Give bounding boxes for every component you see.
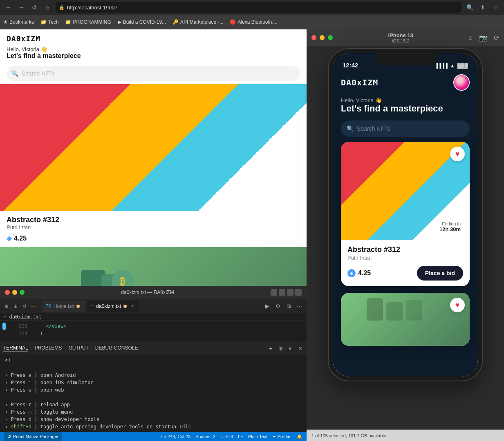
coin-col-1 [367, 298, 383, 321]
terminal-line-press-m: › Press m │ toggle menu [5, 408, 302, 416]
layout-btn-4[interactable] [295, 289, 302, 296]
debug-btn[interactable]: ⚙ [274, 302, 282, 310]
iphone-nft-card-2[interactable]: ♥ [341, 293, 470, 346]
rotate-window-icon[interactable]: ⟳ [494, 34, 499, 42]
tab-debug-console[interactable]: DEBUG CONSOLE [95, 345, 138, 352]
nft-info-1: Abstracto #312 Putri Intan ◈ 4.25 [0, 211, 307, 247]
chevron-up-btn[interactable]: ∧ [287, 345, 293, 352]
status-line-ending[interactable]: LF [238, 434, 243, 439]
minimize-dot[interactable] [320, 35, 325, 40]
iphone-app-header: DA0xIZM [333, 71, 478, 92]
file-breadcrumb: ≡ da0xizm.txt [0, 313, 307, 321]
layout-btn-2[interactable] [279, 289, 285, 296]
tab-home-tsx[interactable]: TS Home.tsx [42, 301, 85, 312]
editor-gutter [0, 321, 8, 342]
new-file-btn[interactable]: ⊕ [3, 303, 10, 310]
vscode-tab-actions: ⊕ ⊞ ↺ ⋯ [3, 303, 37, 310]
iphone-os-version: iOS 15.2 [336, 38, 465, 43]
status-notifications[interactable]: 🔔 [297, 434, 302, 439]
minimize-window-btn[interactable] [12, 290, 17, 295]
star-icon: ★ [3, 19, 8, 25]
tab-close-btn[interactable]: ✕ [131, 304, 134, 308]
terminal-line-press-d: › Press d │ show developer tools [5, 416, 302, 423]
bookmark-item-programming[interactable]: 📁 PROGRAMMING [65, 19, 111, 25]
tab-da0xizm-txt[interactable]: ≡ da0xizm.txt ✕ [87, 301, 138, 312]
lock-icon: 🔒 [59, 5, 65, 10]
web-search-bar[interactable]: 🔍 Search NFTs [7, 66, 300, 81]
status-spaces[interactable]: Spaces: 2 [195, 434, 215, 439]
iphone-nft-card-1[interactable]: ♥ Ending in 12h 30m Abstracto #312 Putri… [341, 142, 470, 286]
url-text: http://localhost:19007 [67, 4, 118, 11]
place-bid-button-1[interactable]: Place a bid [417, 266, 463, 281]
search-button[interactable]: 🔍 [465, 2, 475, 12]
bookmark-item-bookmarks[interactable]: ★ Bookmarks [3, 19, 34, 25]
nft-image-abstracto [0, 84, 307, 211]
more-btn[interactable]: ⋯ [295, 302, 303, 310]
more-actions-btn[interactable]: ⋯ [30, 303, 37, 310]
web-app-logo: DA0xIZM [7, 34, 300, 43]
iphone-time: 12:42 [343, 62, 358, 69]
layout-btn-1[interactable] [271, 289, 277, 296]
heart-btn-2[interactable]: ♥ [450, 298, 465, 312]
editor-content[interactable]: </View> ) [31, 321, 307, 342]
bookmark-item-tech[interactable]: 📁 Tech [40, 19, 58, 25]
address-bar[interactable]: 🔒 http://localhost:19007 [56, 2, 461, 13]
share-button[interactable]: ⬆ [478, 2, 488, 12]
close-window-btn[interactable] [5, 290, 10, 295]
nft-price-1: ◈ 4.25 [7, 234, 300, 242]
iphone-window-chrome: iPhone 13 iOS 15.2 ⌂ 📷 ⟳ [307, 29, 504, 46]
home-window-icon[interactable]: ⌂ [468, 34, 473, 42]
status-position[interactable]: Ln 246, Col 23 [161, 434, 190, 439]
bookmark-item-covid[interactable]: ▶ Build a COVID-19... [118, 19, 166, 25]
youtube-icon: ▶ [118, 19, 121, 25]
status-encoding[interactable]: UTF-8 [220, 434, 233, 439]
refresh-explorer-btn[interactable]: ↺ [21, 303, 28, 310]
bookmark-label: Bookmarks [9, 19, 34, 25]
iphone-avatar[interactable] [453, 74, 470, 91]
line-spacer [0, 330, 8, 337]
terminal-line-spacer2 [5, 394, 302, 401]
tab-terminal[interactable]: TERMINAL [3, 345, 28, 352]
refresh-button[interactable]: ↺ [29, 2, 39, 12]
split-terminal-btn[interactable]: ⊞ [277, 345, 284, 352]
avatar-image [454, 75, 469, 90]
add-terminal-btn[interactable]: + [267, 345, 274, 352]
web-app-greeting: Hello, Victoria 👋 [7, 46, 300, 52]
iphone-search[interactable]: 🔍 Search NFTs [341, 120, 470, 137]
iphone-screen[interactable]: 12:42 ▐▐▐▐ ▲ ▓▓▓ DA0xIZM Hello, [333, 53, 478, 376]
maximize-window-btn[interactable] [20, 290, 25, 295]
finder-bottom: 1 of 105 selected, 101.7 GB available [307, 430, 504, 441]
close-dot[interactable] [311, 35, 316, 40]
split-view-btn[interactable]: ⧉ [284, 302, 293, 310]
forward-button[interactable]: → [16, 2, 26, 12]
bookmark-item-api[interactable]: 🔑 API Marketplace -... [172, 19, 223, 25]
run-btn[interactable]: ▶ [263, 302, 271, 310]
bookmarks-bar: ★ Bookmarks 📁 Tech 📁 PROGRAMMING ▶ Build… [0, 15, 504, 29]
close-terminal-btn[interactable]: ✕ [297, 345, 303, 352]
status-formatter[interactable]: ✦ Prettier [272, 434, 292, 439]
bookmark-button[interactable]: ☆ [491, 2, 501, 12]
tab-problems[interactable]: PROBLEMS [35, 345, 62, 352]
nft-artist-1: Putri Intan [7, 224, 300, 230]
vscode-run-btns: ▶ ⚙ ⧉ ⋯ [263, 302, 303, 310]
camera-window-icon[interactable]: 📷 [479, 34, 487, 42]
wifi-icon: ▲ [450, 63, 455, 69]
maximize-dot[interactable] [328, 35, 333, 40]
status-language[interactable]: Plain Text [248, 434, 268, 439]
back-button[interactable]: ← [3, 2, 13, 12]
folder-icon-2: 📁 [65, 19, 71, 25]
vscode-tab-bar: ⊕ ⊞ ↺ ⋯ TS Home.tsx ≡ da0xizm.txt ✕ [0, 299, 307, 313]
battery-icon: ▓▓▓ [457, 63, 468, 69]
iphone-status-icons: ▐▐▐▐ ▲ ▓▓▓ [435, 63, 468, 69]
bookmark-label: API Marketplace -... [180, 19, 223, 25]
folder-icon: 📁 [40, 19, 47, 25]
bookmark-item-alexa[interactable]: 🔴 Alexa Bluetooth:... [230, 19, 277, 25]
terminal-line-press-r: › Press r │ reload app [5, 401, 302, 408]
search-placeholder-iphone: Search NFTs [357, 125, 390, 132]
home-button[interactable]: ⌂ [43, 2, 52, 12]
split-editor-btn[interactable]: ⊞ [12, 303, 19, 310]
tab-output[interactable]: OUTPUT [68, 345, 88, 352]
status-packager[interactable]: ↺ React Native Packager [4, 432, 62, 441]
search-icon: 🔍 [11, 70, 18, 77]
layout-btn-3[interactable] [287, 289, 293, 296]
